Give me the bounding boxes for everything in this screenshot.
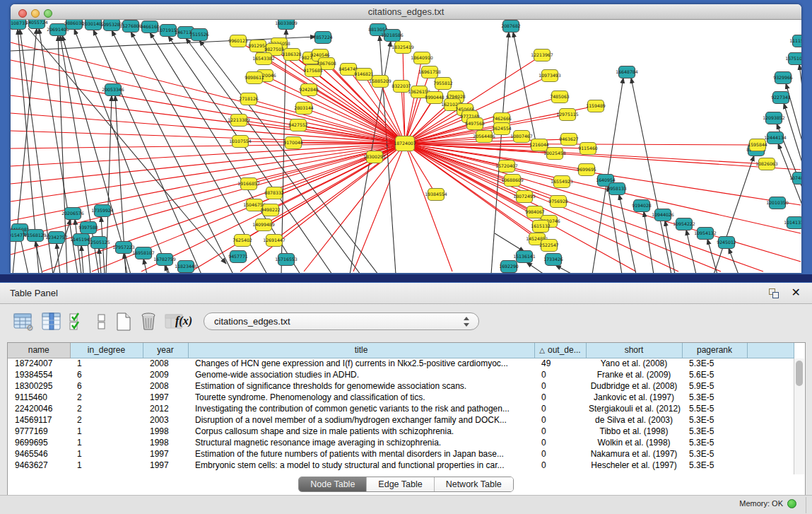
cell-short[interactable]: de Silva et al. (2003)	[586, 414, 682, 426]
graph-node[interactable]: 10025458	[543, 148, 566, 160]
column-header-year[interactable]: year	[143, 343, 188, 358]
unselect-all-columns-icon[interactable]	[92, 311, 113, 332]
graph-node[interactable]: 2522547	[539, 240, 559, 252]
cell-name[interactable]: 9699695	[8, 437, 70, 448]
graph-node[interactable]: 7857224	[313, 32, 333, 44]
cell-out_degree[interactable]: 0	[534, 437, 586, 448]
graph-node[interactable]: 15751074	[785, 53, 801, 65]
tab-edge-table[interactable]: Edge Table	[367, 477, 434, 491]
cell-in_degree[interactable]: 1	[70, 426, 143, 437]
graph-node[interactable]: 9245012	[717, 237, 736, 249]
cell-year[interactable]: 1997	[143, 460, 188, 471]
graph-node[interactable]: 12691447	[263, 235, 286, 247]
column-header-in_degree[interactable]: in_degree	[70, 343, 143, 358]
cell-pagerank[interactable]: 5.5E-5	[682, 403, 747, 414]
graph-node[interactable]: 12010350	[766, 197, 789, 209]
graph-node[interactable]: 20206576	[61, 208, 84, 220]
graph-node[interactable]: 9463627	[559, 134, 579, 146]
cell-title[interactable]: Disruption of a novel member of a sodium…	[188, 414, 534, 426]
cell-short[interactable]: Hescheler et al. (1997)	[586, 460, 682, 471]
graph-node[interactable]: 9498222	[261, 204, 281, 216]
table-mode-icon[interactable]: ⚙	[13, 311, 34, 332]
cell-pagerank[interactable]: 5.3E-5	[682, 392, 747, 403]
memory-indicator[interactable]: Memory: OK	[739, 499, 796, 508]
cell-out_degree[interactable]: 0	[534, 403, 586, 414]
graph-node[interactable]: 18300295	[363, 151, 386, 163]
graph-node[interactable]: 7515526	[189, 29, 209, 41]
cell-in_degree[interactable]: 1	[70, 460, 143, 471]
table-scrollbar[interactable]	[794, 358, 804, 474]
graph-node[interactable]: 1733426	[543, 254, 563, 266]
table-row[interactable]: 1456911722003Disruption of a novel membe…	[8, 414, 794, 426]
delete-column-icon[interactable]	[139, 311, 160, 332]
table-row[interactable]: 2242004622012Investigating the contribut…	[8, 403, 794, 414]
graph-node[interactable]: 8427552	[288, 119, 308, 132]
graph-node[interactable]: 12213389	[228, 115, 250, 127]
cell-out_degree[interactable]: 0	[534, 392, 586, 403]
column-header-out_de[interactable]: △out_de...	[534, 343, 586, 358]
network-graph[interactable]: 9108733140557242069140698860382030140710…	[11, 20, 801, 273]
table-row[interactable]: 977716911998Corpus callosum shape and si…	[8, 426, 794, 437]
cell-year[interactable]: 2012	[143, 403, 188, 414]
table-row[interactable]: 911546021997Tourette syndrome. Phenomeno…	[8, 392, 794, 403]
select-all-columns-icon[interactable]	[68, 311, 89, 332]
cell-name[interactable]: 18300295	[8, 380, 70, 392]
graph-node[interactable]: 12093852	[763, 112, 785, 124]
cell-title[interactable]: Structural magnetic resonance image aver…	[188, 437, 534, 448]
graph-node[interactable]: 9457771	[228, 251, 248, 263]
cell-in_degree[interactable]: 2	[70, 414, 143, 426]
float-panel-icon[interactable]	[769, 288, 779, 299]
cell-short[interactable]: Tibbo et al. (1998)	[586, 426, 682, 437]
cell-pagerank[interactable]: 5.3E-5	[682, 448, 747, 460]
graph-node[interactable]: 1615132	[531, 221, 551, 233]
graph-node[interactable]: 16648784	[616, 66, 638, 78]
cell-pagerank[interactable]: 5.6E-5	[682, 369, 747, 380]
column-header-name[interactable]: name	[8, 343, 70, 358]
column-header-pagerank[interactable]: pagerank	[682, 343, 747, 358]
tab-network-table[interactable]: Network Table	[435, 477, 513, 491]
graph-node[interactable]: 7485063	[550, 91, 570, 103]
graph-node[interactable]: 10141314	[784, 217, 801, 229]
table-selector-dropdown[interactable]: citations_edges.txt	[204, 313, 479, 330]
table-row[interactable]: 946362711997Embryonic stem cells: a mode…	[8, 460, 794, 471]
cell-in_degree[interactable]: 6	[70, 369, 143, 380]
graph-node[interactable]: 9170044	[283, 137, 303, 149]
cell-in_degree[interactable]: 1	[70, 437, 143, 448]
graph-node[interactable]: 2087682	[501, 21, 521, 33]
graph-node[interactable]: 14055724	[25, 20, 48, 29]
cell-pagerank[interactable]: 5.3E-5	[682, 358, 747, 369]
new-column-icon[interactable]	[113, 311, 134, 332]
cell-year[interactable]: 1998	[143, 426, 188, 437]
cell-title[interactable]: Estimation of the future numbers of pati…	[188, 448, 534, 460]
cell-pagerank[interactable]: 5.9E-5	[682, 380, 747, 392]
graph-node[interactable]: 1216044	[529, 139, 549, 151]
table-row[interactable]: 969969511998Structural magnetic resonanc…	[8, 437, 794, 448]
graph-node[interactable]: 19166857	[237, 178, 260, 190]
graph-node[interactable]: 15885209	[369, 76, 392, 88]
graph-node[interactable]: 12505125	[88, 237, 110, 249]
show-columns-icon[interactable]	[41, 311, 62, 332]
cell-year[interactable]: 1997	[143, 392, 188, 403]
cell-name[interactable]: 9465546	[8, 448, 70, 460]
cell-pagerank[interactable]: 5.3E-5	[682, 460, 747, 471]
graph-node[interactable]: 16782759	[153, 254, 176, 266]
column-header-title[interactable]: title	[188, 343, 534, 358]
graph-node[interactable]: 16961758	[418, 66, 441, 78]
cell-name[interactable]: 18724007	[8, 358, 70, 369]
cell-short[interactable]: Dudbridge et al. (2008)	[586, 380, 682, 392]
graph-node[interactable]: 19218586	[381, 30, 404, 42]
graph-node[interactable]: 11568129	[24, 230, 47, 242]
tab-node-table[interactable]: Node Table	[299, 477, 367, 491]
graph-node[interactable]: 9329966	[773, 72, 793, 84]
table-row[interactable]: 946554611997Estimation of the future num…	[8, 448, 794, 460]
cell-out_degree[interactable]: 49	[534, 358, 586, 369]
cell-title[interactable]: Genome-wide association studies in ADHD.	[188, 369, 534, 380]
graph-node[interactable]: 16033809	[275, 20, 298, 30]
graph-node[interactable]: 8878332	[264, 187, 284, 199]
cell-title[interactable]: Changes of HCN gene expression and I(f) …	[188, 358, 534, 369]
graph-node[interactable]: 20053346	[102, 84, 124, 96]
cell-name[interactable]: 9115460	[8, 392, 70, 403]
cell-name[interactable]: 22420046	[8, 403, 70, 414]
cell-out_degree[interactable]: 0	[534, 460, 586, 471]
graph-node[interactable]: 11115048	[789, 35, 801, 47]
